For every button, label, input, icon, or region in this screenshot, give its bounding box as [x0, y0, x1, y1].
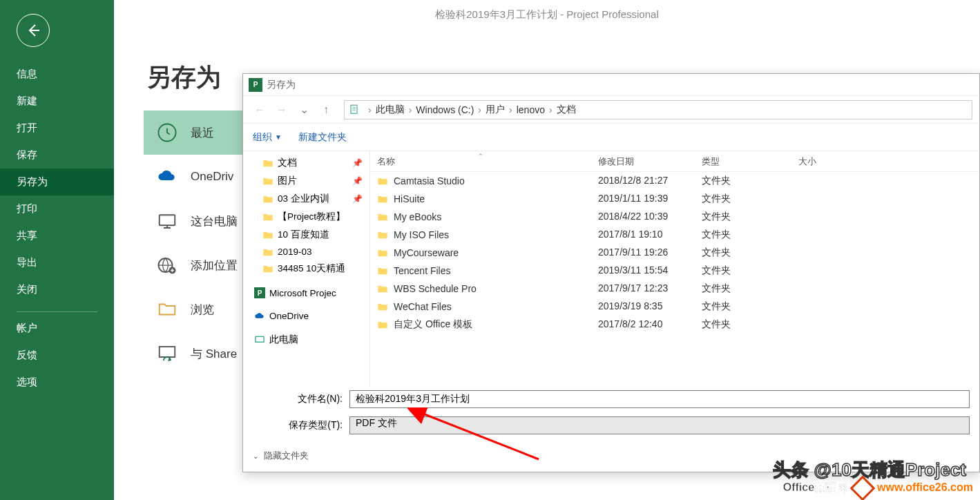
tree-item-project[interactable]: PMicrosoft Projec	[243, 285, 369, 301]
file-row[interactable]: Tencent Files2019/3/11 15:54文件夹	[370, 262, 979, 280]
breadcrumb-item[interactable]: lenovo	[517, 104, 545, 115]
nav-save[interactable]: 保存	[0, 142, 114, 169]
file-row[interactable]: HiSuite2019/1/11 19:39文件夹	[370, 190, 979, 208]
breadcrumb-item[interactable]: 此电脑	[376, 104, 405, 116]
file-row[interactable]: Camtasia Studio2018/12/8 21:27文件夹	[370, 172, 979, 190]
tree-item[interactable]: 34485 10天精通	[243, 260, 369, 278]
file-row[interactable]: MyCourseware2017/9/11 19:26文件夹	[370, 244, 979, 262]
saveas-dialog: P 另存为 ← → ⌄ ↑ › 此电脑› Windows (C:)› 用户› l…	[242, 73, 980, 472]
arrow-left-icon	[25, 22, 41, 39]
file-name: HiSuite	[394, 193, 425, 204]
file-type: 文件夹	[695, 244, 791, 262]
newfolder-button[interactable]: 新建文件夹	[298, 131, 347, 144]
nav-open[interactable]: 打开	[0, 115, 114, 142]
breadcrumb-item[interactable]: 用户	[486, 104, 505, 116]
saveas-label: 最近	[191, 125, 214, 141]
file-date: 2018/4/22 10:39	[591, 208, 695, 226]
breadcrumb-item[interactable]: 文档	[557, 104, 576, 116]
saveas-label: 与 Share	[191, 346, 237, 362]
tree-item[interactable]: 03 企业内训📌	[243, 190, 369, 208]
sort-asc-icon: ⌃	[478, 153, 483, 160]
nav-print[interactable]: 打印	[0, 195, 114, 222]
tree-item-onedrive[interactable]: OneDrive	[243, 308, 369, 324]
column-type[interactable]: 类型	[695, 151, 791, 171]
nav-saveas[interactable]: 另存为	[0, 169, 114, 195]
pin-icon: 📌	[352, 176, 363, 186]
folder-icon	[377, 248, 388, 258]
nav-export[interactable]: 导出	[0, 249, 114, 276]
file-row[interactable]: My eBooks2018/4/22 10:39文件夹	[370, 208, 979, 226]
nav-close[interactable]: 关闭	[0, 276, 114, 303]
folder-icon	[377, 284, 388, 294]
file-name: Tencent Files	[394, 265, 450, 276]
organize-button[interactable]: 组织 ▼	[253, 131, 282, 144]
folder-icon	[377, 176, 388, 186]
tree-item[interactable]: 文档📌	[243, 154, 369, 172]
nav-account[interactable]: 帐户	[0, 315, 114, 342]
nav-up-icon[interactable]: ↑	[316, 100, 336, 119]
explorer-body: 文档📌 图片📌 03 企业内训📌 【Project教程】 10 百度知道 201…	[243, 151, 979, 386]
filetype-label: 保存类型(T):	[253, 419, 343, 432]
backstage-sidebar: 信息 新建 打开 保存 另存为 打印 共享 导出 关闭 帐户 反馈 选项	[0, 0, 114, 500]
column-name[interactable]: 名称⌃	[370, 151, 591, 171]
svg-rect-1	[160, 215, 175, 225]
nav-forward-icon[interactable]: →	[272, 100, 291, 119]
column-date[interactable]: 修改日期	[591, 151, 695, 171]
file-name: WBS Schedule Pro	[394, 283, 477, 294]
nav-share[interactable]: 共享	[0, 222, 114, 249]
project-app-icon: P	[249, 78, 262, 92]
file-date: 2017/9/17 12:23	[591, 280, 695, 298]
tree-item-thispc[interactable]: 此电脑	[243, 331, 369, 349]
saveas-label: OneDriv	[191, 170, 233, 184]
folder-icon	[156, 298, 178, 320]
tree-item[interactable]: 2019-03	[243, 244, 369, 260]
pc-icon	[156, 210, 178, 232]
file-name: Camtasia Studio	[394, 175, 465, 186]
nav-divider	[17, 311, 97, 312]
filetype-dropdown[interactable]: PDF 文件	[349, 416, 970, 434]
file-row[interactable]: WeChat Files2019/3/19 8:35文件夹	[370, 298, 979, 316]
file-date: 2017/8/1 19:10	[591, 226, 695, 244]
file-row[interactable]: WBS Schedule Pro2017/9/17 12:23文件夹	[370, 280, 979, 298]
file-date: 2017/8/2 12:40	[591, 316, 695, 334]
nav-feedback[interactable]: 反馈	[0, 342, 114, 369]
dialog-navbar: ← → ⌄ ↑ › 此电脑› Windows (C:)› 用户› lenovo›…	[243, 96, 979, 124]
file-type: 文件夹	[695, 226, 791, 244]
folder-icon	[377, 230, 388, 240]
tree-item[interactable]: 10 百度知道	[243, 226, 369, 244]
folder-icon	[377, 194, 388, 204]
file-type: 文件夹	[695, 190, 791, 208]
tree-panel: 文档📌 图片📌 03 企业内训📌 【Project教程】 10 百度知道 201…	[243, 151, 370, 386]
file-date: 2018/12/8 21:27	[591, 172, 695, 190]
saveas-label: 浏览	[191, 302, 214, 318]
file-type: 文件夹	[695, 316, 791, 334]
clock-icon	[156, 122, 178, 144]
breadcrumb[interactable]: › 此电脑› Windows (C:)› 用户› lenovo› 文档	[344, 100, 972, 119]
breadcrumb-item[interactable]: Windows (C:)	[416, 104, 474, 115]
nav-dropdown-icon[interactable]: ⌄	[294, 100, 314, 119]
file-name: MyCourseware	[394, 247, 459, 258]
folder-icon	[262, 194, 273, 204]
file-date: 2019/3/19 8:35	[591, 298, 695, 316]
nav-back-icon[interactable]: ←	[250, 100, 269, 119]
saveas-label: 添加位置	[191, 258, 238, 273]
folder-docs-icon	[349, 104, 361, 116]
nav-new[interactable]: 新建	[0, 88, 114, 115]
column-size[interactable]: 大小	[791, 151, 979, 171]
folder-icon	[262, 230, 273, 240]
dialog-titlebar: P 另存为	[243, 74, 979, 96]
nav-options[interactable]: 选项	[0, 369, 114, 396]
hide-folders-link[interactable]: 隐藏文件夹	[264, 450, 309, 462]
filename-row: 文件名(N):	[243, 386, 979, 412]
file-row[interactable]: 自定义 Office 模板2017/8/2 12:40文件夹	[370, 316, 979, 334]
watermark-text: 头条 @10天精通Project	[773, 458, 966, 482]
tree-item[interactable]: 图片📌	[243, 172, 369, 190]
filename-input[interactable]	[349, 390, 970, 408]
file-name: 自定义 Office 模板	[394, 318, 472, 331]
file-type: 文件夹	[695, 298, 791, 316]
file-row[interactable]: My ISO Files2017/8/1 19:10文件夹	[370, 226, 979, 244]
nav-info[interactable]: 信息	[0, 61, 114, 88]
svg-rect-4	[160, 347, 175, 357]
back-button[interactable]	[17, 14, 50, 47]
tree-item[interactable]: 【Project教程】	[243, 208, 369, 226]
